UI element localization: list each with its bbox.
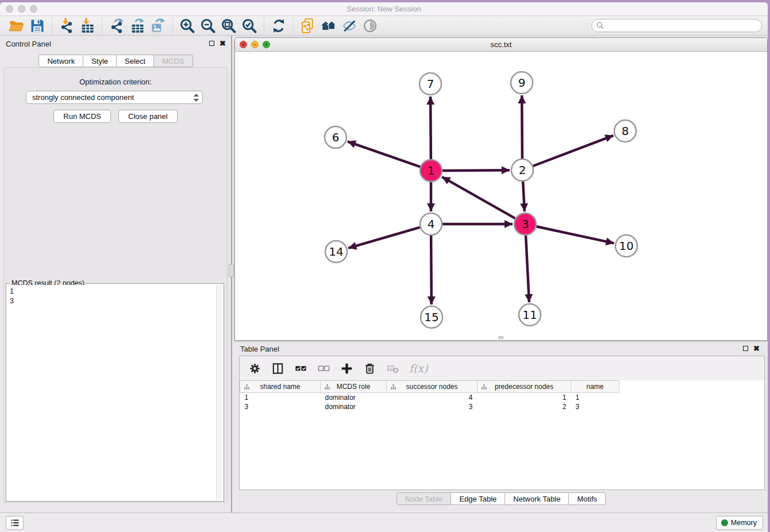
table-tab-node-table[interactable]: Node Table	[396, 492, 452, 505]
svg-text:11: 11	[522, 308, 537, 322]
float-panel-icon[interactable]	[209, 41, 214, 46]
show-panels-icon[interactable]	[362, 18, 378, 34]
column-header-shared-name[interactable]: shared name	[240, 381, 321, 393]
tree-hierarchy-icon	[481, 384, 487, 392]
column-header-name[interactable]: name	[571, 381, 619, 393]
close-panel-icon[interactable]: ✖	[220, 40, 226, 47]
graph-edge-2-8[interactable]	[533, 136, 614, 166]
memory-status-icon	[721, 519, 728, 526]
table-tab-motifs[interactable]: Motifs	[569, 492, 606, 505]
svg-text:1: 1	[428, 164, 435, 178]
mcds-result-text[interactable]: 1 3	[7, 285, 215, 500]
table-row[interactable]: 1dominator411	[240, 393, 765, 402]
graph-node-15[interactable]: 15	[421, 306, 442, 328]
tab-network[interactable]: Network	[38, 55, 83, 67]
optimization-criterion-label: Optimization criterion:	[4, 78, 227, 86]
table-settings-icon[interactable]	[248, 362, 261, 375]
open-session-icon[interactable]	[9, 18, 25, 34]
table-tab-edge-table[interactable]: Edge Table	[451, 492, 505, 505]
refresh-view-icon[interactable]	[271, 18, 287, 34]
deselect-all-rows-icon[interactable]	[317, 362, 330, 375]
import-network-icon[interactable]	[59, 18, 75, 34]
graph-edge-3-10[interactable]	[536, 226, 614, 243]
graph-edge-1-6[interactable]	[348, 141, 421, 167]
graph-edge-1-2[interactable]	[442, 170, 510, 171]
column-header-MCDS-role[interactable]: MCDS role	[321, 381, 387, 393]
graph-node-11[interactable]: 11	[519, 304, 541, 326]
column-header-successor-nodes[interactable]: successor nodes	[387, 381, 478, 393]
zoom-selected-icon[interactable]	[241, 18, 257, 34]
graph-node-7[interactable]: 7	[419, 73, 441, 95]
graph-node-14[interactable]: 14	[325, 241, 347, 263]
graph-node-4[interactable]: 4	[420, 213, 442, 235]
float-table-panel-icon[interactable]	[743, 346, 748, 351]
close-panel-button[interactable]: Close panel	[118, 110, 178, 123]
save-session-icon[interactable]	[29, 18, 45, 34]
graph-edge-3-11[interactable]	[526, 235, 529, 302]
table-panel-header: Table Panel ✖	[234, 341, 768, 357]
clone-network-icon[interactable]	[300, 18, 316, 34]
toolbar-group	[264, 17, 294, 34]
graph-node-1[interactable]: 1	[420, 160, 442, 182]
close-table-panel-icon[interactable]: ✖	[753, 345, 760, 352]
tree-hierarchy-icon	[390, 384, 396, 392]
graph-edge-1-7[interactable]	[430, 97, 431, 160]
memory-button[interactable]: Memory	[716, 516, 763, 530]
export-image-icon[interactable]	[150, 18, 166, 34]
table-toolbar: f(x)	[240, 356, 764, 380]
table-tab-network-table[interactable]: Network Table	[505, 492, 569, 505]
canvas-grip[interactable]	[498, 336, 503, 339]
search-input[interactable]	[607, 21, 761, 31]
splitter-grip[interactable]	[229, 264, 234, 277]
criterion-select-value: strongly connected component	[26, 93, 194, 102]
zoom-in-icon[interactable]	[179, 18, 195, 34]
zoom-fit-icon[interactable]	[221, 18, 237, 34]
export-network-icon[interactable]	[109, 18, 125, 34]
graph-node-9[interactable]: 9	[511, 72, 533, 94]
graph-node-10[interactable]: 10	[615, 235, 637, 257]
graph-edge-4-14[interactable]	[348, 227, 421, 248]
task-history-button[interactable]	[6, 516, 24, 530]
reset-view-icon[interactable]	[321, 18, 337, 34]
svg-text:15: 15	[424, 310, 438, 324]
tab-mcds[interactable]: MCDS	[154, 55, 192, 67]
criterion-select[interactable]: strongly connected component	[26, 91, 203, 104]
import-table-icon[interactable]	[79, 18, 95, 34]
run-mcds-button[interactable]: Run MCDS	[53, 110, 111, 123]
table-row[interactable]: 3dominator323	[240, 402, 765, 411]
panel-splitter[interactable]	[231, 36, 232, 512]
graph-edge-4-15[interactable]	[431, 235, 432, 304]
svg-text:2: 2	[519, 163, 526, 177]
graph-edge-3-1[interactable]	[442, 177, 515, 219]
svg-text:14: 14	[329, 245, 343, 259]
select-all-rows-icon[interactable]	[294, 362, 307, 375]
graph-edge-2-9[interactable]	[522, 95, 522, 159]
status-bar: Memory	[0, 512, 768, 532]
graph-node-3[interactable]: 3	[514, 213, 536, 235]
search-box[interactable]	[591, 19, 762, 32]
add-column-icon[interactable]	[340, 362, 353, 375]
svg-text:9: 9	[518, 76, 526, 90]
export-table-icon[interactable]	[129, 18, 145, 34]
toggle-columns-icon[interactable]	[271, 362, 284, 375]
window-title: Session: New Session	[0, 5, 768, 13]
svg-text:7: 7	[427, 77, 434, 91]
toolbar-group	[2, 17, 52, 34]
graph-node-8[interactable]: 8	[614, 120, 636, 142]
column-header-predecessor-nodes[interactable]: predecessor nodes	[478, 381, 571, 393]
graph-node-2[interactable]: 2	[511, 159, 533, 181]
tree-hierarchy-icon	[324, 384, 330, 392]
network-view-window: × − + scc.txt 7968124314101511	[234, 37, 768, 341]
delete-column-icon[interactable]	[363, 362, 376, 375]
graph-edge-2-3[interactable]	[523, 181, 525, 211]
hide-panels-icon[interactable]	[341, 18, 357, 34]
zoom-out-icon[interactable]	[200, 18, 216, 34]
result-scrollbar[interactable]	[216, 285, 222, 500]
table-tabs: Node TableEdge TableNetwork TableMotifs	[234, 492, 768, 505]
tab-style[interactable]: Style	[83, 55, 117, 67]
network-canvas[interactable]: 7968124314101511	[235, 52, 767, 340]
table-panel: Table Panel ✖ f(x) shared nameMCDS roles…	[234, 341, 768, 512]
toolbar-group	[52, 17, 102, 34]
tab-select[interactable]: Select	[117, 55, 154, 67]
graph-node-6[interactable]: 6	[325, 126, 346, 148]
